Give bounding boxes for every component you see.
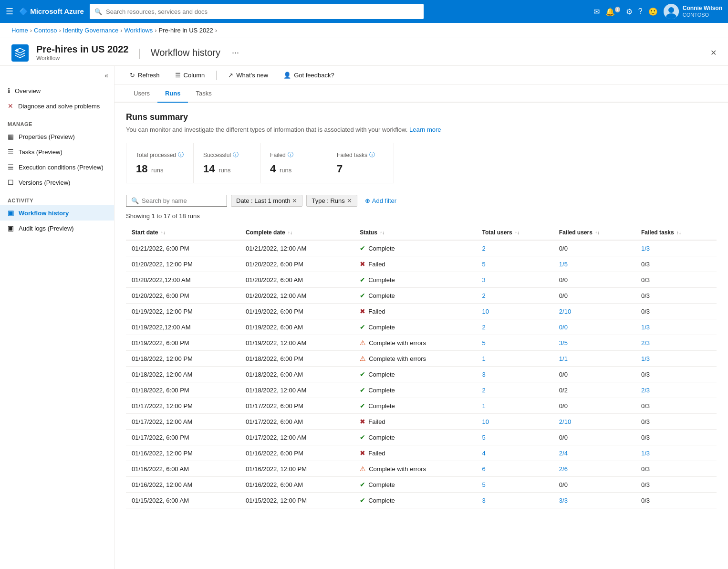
cell-failed-users[interactable]: 2/10	[553, 304, 635, 319]
col-header-failed-users[interactable]: Failed users ↑↓	[553, 225, 635, 240]
cell-total-users[interactable]: 5	[477, 256, 553, 272]
cell-failed-users[interactable]: 3/3	[553, 493, 635, 508]
cell-failed-tasks[interactable]: 2/3	[635, 382, 717, 398]
tab-tasks[interactable]: Tasks	[188, 85, 219, 103]
user-menu[interactable]: Connie Wilson CONTOSO	[664, 4, 722, 19]
table-row[interactable]: 01/16/2022, 12:00 AM 01/16/2022, 6:00 AM…	[126, 477, 717, 493]
search-bar[interactable]: 🔍	[90, 4, 424, 19]
table-row[interactable]: 01/20/2022,12:00 AM 01/20/2022, 6:00 AM …	[126, 272, 717, 288]
sidebar-item-properties[interactable]: ▦ Properties (Preview)	[0, 129, 114, 144]
tab-runs[interactable]: Runs	[157, 85, 188, 103]
more-options-icon[interactable]: ···	[232, 48, 239, 58]
cell-status: ✖ Failed	[354, 414, 476, 430]
col-header-failed-tasks[interactable]: Failed tasks ↑↓	[635, 225, 717, 240]
table-row[interactable]: 01/17/2022, 6:00 PM 01/17/2022, 12:00 AM…	[126, 430, 717, 445]
cell-failed-users[interactable]: 3/5	[553, 335, 635, 351]
cell-total-users[interactable]: 1	[477, 398, 553, 414]
sidebar-section-activity: Activity	[0, 190, 114, 205]
cell-total-users[interactable]: 10	[477, 414, 553, 430]
sidebar-item-workflow-history[interactable]: ▣ Workflow history	[0, 205, 114, 221]
cell-total-users[interactable]: 2	[477, 382, 553, 398]
sidebar-item-overview[interactable]: ℹ Overview	[0, 83, 114, 98]
add-filter-button[interactable]: ⊕ Add filter	[361, 195, 400, 206]
cell-total-users[interactable]: 3	[477, 367, 553, 382]
table-row[interactable]: 01/18/2022, 12:00 AM 01/18/2022, 6:00 AM…	[126, 367, 717, 382]
cell-total-users[interactable]: 6	[477, 461, 553, 477]
table-row[interactable]: 01/19/2022,12:00 AM 01/19/2022, 6:00 AM …	[126, 319, 717, 335]
close-icon[interactable]: ✕	[710, 48, 717, 57]
col-header-complete-date[interactable]: Complete date ↑↓	[240, 225, 354, 240]
breadcrumb-identity-governance[interactable]: Identity Governance	[63, 27, 118, 34]
hamburger-icon[interactable]: ☰	[6, 6, 13, 17]
table-row[interactable]: 01/20/2022, 12:00 PM 01/20/2022, 6:00 PM…	[126, 256, 717, 272]
col-header-total-users[interactable]: Total users ↑↓	[477, 225, 553, 240]
search-input[interactable]	[106, 8, 419, 15]
table-row[interactable]: 01/18/2022, 12:00 PM 01/18/2022, 6:00 PM…	[126, 351, 717, 367]
tab-users[interactable]: Users	[126, 85, 157, 103]
sidebar-collapse-button[interactable]: «	[104, 72, 108, 79]
column-button[interactable]: ☰ Column	[171, 70, 209, 81]
col-header-start-date[interactable]: Start date ↑↓	[126, 225, 240, 240]
cell-failed-tasks[interactable]: 2/3	[635, 335, 717, 351]
info-icon-successful[interactable]: ⓘ	[233, 151, 239, 159]
cell-failed-users[interactable]: 2/6	[553, 461, 635, 477]
cell-total-users[interactable]: 4	[477, 445, 553, 461]
date-filter-close[interactable]: ✕	[292, 197, 297, 204]
cell-total-users[interactable]: 5	[477, 430, 553, 445]
info-icon-failed[interactable]: ⓘ	[288, 151, 293, 159]
table-row[interactable]: 01/15/2022, 6:00 AM 01/15/2022, 12:00 PM…	[126, 493, 717, 508]
search-filter[interactable]: 🔍	[126, 195, 227, 207]
mail-icon[interactable]: ✉	[593, 7, 600, 16]
info-icon-total[interactable]: ⓘ	[178, 151, 184, 159]
cell-failed-tasks[interactable]: 1/3	[635, 319, 717, 335]
sidebar-item-audit-logs[interactable]: ▣ Audit logs (Preview)	[0, 221, 114, 236]
table-row[interactable]: 01/18/2022, 6:00 PM 01/18/2022, 12:00 AM…	[126, 382, 717, 398]
type-filter-close[interactable]: ✕	[347, 197, 352, 204]
smiley-icon[interactable]: 🙂	[648, 7, 658, 16]
table-row[interactable]: 01/16/2022, 6:00 AM 01/16/2022, 12:00 PM…	[126, 461, 717, 477]
type-filter[interactable]: Type : Runs ✕	[306, 195, 357, 207]
cell-total-users[interactable]: 10	[477, 304, 553, 319]
cell-total-users[interactable]: 3	[477, 493, 553, 508]
sidebar-item-execution[interactable]: ☰ Execution conditions (Preview)	[0, 159, 114, 175]
sidebar-item-diagnose[interactable]: ✕ Diagnose and solve problems	[0, 98, 114, 114]
refresh-button[interactable]: ↻ Refresh	[126, 70, 164, 81]
cell-failed-tasks[interactable]: 1/3	[635, 445, 717, 461]
cell-failed-users[interactable]: 2/4	[553, 445, 635, 461]
table-row[interactable]: 01/17/2022, 12:00 AM 01/17/2022, 6:00 AM…	[126, 414, 717, 430]
cell-total-users[interactable]: 2	[477, 288, 553, 304]
cell-total-users[interactable]: 5	[477, 477, 553, 493]
cell-total-users[interactable]: 1	[477, 351, 553, 367]
whats-new-button[interactable]: ↗ What's new	[224, 70, 272, 81]
search-filter-input[interactable]	[142, 197, 222, 204]
cell-failed-users[interactable]: 0/0	[553, 319, 635, 335]
breadcrumb-home[interactable]: Home	[11, 27, 28, 34]
cell-total-users[interactable]: 2	[477, 319, 553, 335]
sidebar-item-tasks[interactable]: ☰ Tasks (Preview)	[0, 144, 114, 159]
breadcrumb-contoso[interactable]: Contoso	[34, 27, 57, 34]
cell-total-users[interactable]: 3	[477, 272, 553, 288]
table-row[interactable]: 01/19/2022, 6:00 PM 01/19/2022, 12:00 AM…	[126, 335, 717, 351]
learn-more-link[interactable]: Learn more	[409, 126, 441, 133]
cell-failed-users[interactable]: 1/1	[553, 351, 635, 367]
table-row[interactable]: 01/21/2022, 6:00 PM 01/21/2022, 12:00 AM…	[126, 240, 717, 256]
breadcrumb-workflows[interactable]: Workflows	[125, 27, 153, 34]
col-header-status[interactable]: Status ↑↓	[354, 225, 476, 240]
cell-failed-tasks[interactable]: 1/3	[635, 351, 717, 367]
notification-icon[interactable]: 🔔1	[605, 7, 620, 16]
feedback-button[interactable]: 👤 Got feedback?	[280, 70, 338, 81]
date-filter[interactable]: Date : Last 1 month ✕	[231, 195, 302, 207]
table-row[interactable]: 01/16/2022, 12:00 PM 01/16/2022, 6:00 PM…	[126, 445, 717, 461]
help-icon[interactable]: ?	[638, 7, 643, 16]
table-row[interactable]: 01/17/2022, 12:00 PM 01/17/2022, 6:00 PM…	[126, 398, 717, 414]
cell-failed-users[interactable]: 1/5	[553, 256, 635, 272]
cell-failed-users[interactable]: 2/10	[553, 414, 635, 430]
table-row[interactable]: 01/20/2022, 6:00 PM 01/20/2022, 12:00 AM…	[126, 288, 717, 304]
info-icon-failed-tasks[interactable]: ⓘ	[369, 151, 375, 159]
cell-total-users[interactable]: 2	[477, 240, 553, 256]
settings-icon[interactable]: ⚙	[626, 7, 633, 16]
sidebar-item-versions[interactable]: ☐ Versions (Preview)	[0, 175, 114, 190]
cell-total-users[interactable]: 5	[477, 335, 553, 351]
table-row[interactable]: 01/19/2022, 12:00 PM 01/19/2022, 6:00 PM…	[126, 304, 717, 319]
cell-failed-tasks[interactable]: 1/3	[635, 240, 717, 256]
